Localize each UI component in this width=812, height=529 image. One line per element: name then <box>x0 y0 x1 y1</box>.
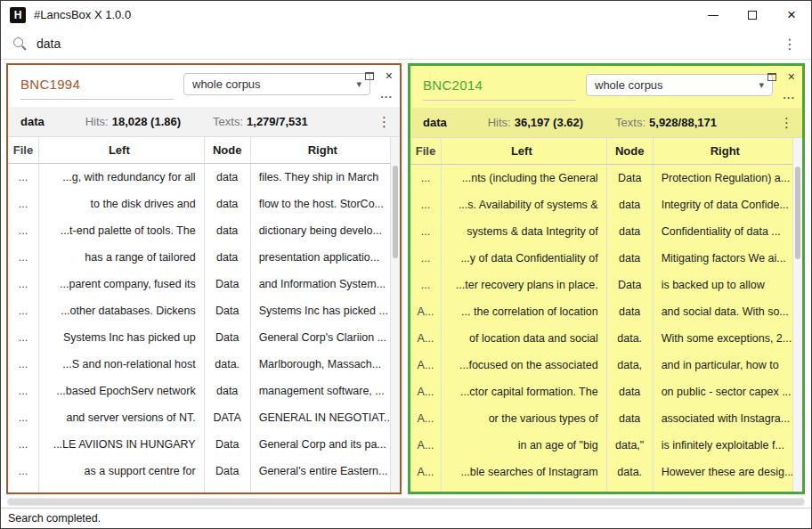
concordance-row[interactable]: ...as a support centre forDataGeneral's … <box>8 458 390 484</box>
texts-value: 5,928/88,171 <box>649 116 717 129</box>
column-header-left[interactable]: Left <box>441 138 606 164</box>
right-cell: and in particular, how to <box>653 352 792 378</box>
node-cell: DATA <box>204 404 250 431</box>
texts-label: Texts: <box>615 116 646 129</box>
concordance-row[interactable]: A......ctor capital formation. Thedataon… <box>410 378 792 405</box>
concordance-row[interactable]: ......ter recovery plans in place.Datais… <box>410 272 792 298</box>
concordance-row[interactable]: ......g, with redundancy for alldatafile… <box>8 164 390 191</box>
close-button[interactable]: × <box>772 1 811 28</box>
corpus-selector-dropdown[interactable]: whole corpus ▾ <box>586 74 773 96</box>
right-cell: dictionary being develo... <box>250 217 390 244</box>
panel-popout-button[interactable] <box>767 73 776 81</box>
node-cell: Data <box>606 272 653 298</box>
concordance-row[interactable]: ......s. Availability of systems &dataIn… <box>410 191 792 218</box>
concordance-row[interactable]: A......focused on the associateddata,and… <box>410 352 792 378</box>
concordance-row[interactable]: A......of the location and socialdataass… <box>410 485 792 492</box>
file-cell: A... <box>410 405 441 432</box>
file-cell: ... <box>8 164 38 191</box>
concordance-row[interactable]: A...... the correlation of locationdataa… <box>410 298 792 325</box>
concordance-row[interactable]: ...Systems Inc has picked upDataGeneral … <box>8 324 390 351</box>
panels-area: BNC1994 whole corpus ▾ × ... data Hits: … <box>1 60 811 494</box>
panel-more-button[interactable]: ... <box>380 87 393 101</box>
file-cell: A... <box>410 352 441 378</box>
concordance-row[interactable]: ...has a range of tailoreddatapresentati… <box>8 244 390 271</box>
left-cell: in an age of "big <box>441 432 606 459</box>
file-cell: ... <box>8 297 38 324</box>
concordance-row[interactable]: ...and server versions of NT.DATAGENERAL… <box>8 404 390 431</box>
column-header-left[interactable]: Left <box>38 137 204 163</box>
node-cell: data <box>606 218 653 245</box>
right-cell: However these are desig... <box>653 459 792 485</box>
corpus-selector-dropdown[interactable]: whole corpus ▾ <box>183 73 370 95</box>
column-header-right[interactable]: Right <box>653 138 792 164</box>
panel-more-button[interactable]: ... <box>783 88 795 102</box>
table-header: File Left Node Right <box>8 137 390 164</box>
concordance-row[interactable]: A...or the various types ofdataassociate… <box>410 405 792 432</box>
window-controls: — × <box>694 1 811 28</box>
right-cell: Mitigating factors We ai... <box>653 245 792 272</box>
horizontal-scrollbar[interactable] <box>7 498 805 506</box>
stats-menu-kebab-icon[interactable]: ⋮ <box>780 115 793 131</box>
left-cell: ...other databases. Dickens <box>38 297 204 324</box>
scrollbar-thumb[interactable] <box>795 167 800 259</box>
concordance-row[interactable]: ......other databases. DickensDataSystem… <box>8 297 390 324</box>
node-cell: data. <box>606 325 653 352</box>
column-header-file[interactable]: File <box>8 137 38 163</box>
node-word: data <box>423 116 447 129</box>
stats-menu-kebab-icon[interactable]: ⋮ <box>378 114 391 130</box>
maximize-button[interactable] <box>733 1 772 28</box>
corpus-panel-bnc2014: BNC2014 whole corpus ▾ × ... data Hits: … <box>408 63 805 494</box>
column-header-right[interactable]: Right <box>250 137 390 163</box>
concordance-row[interactable]: ......by PHARE... it isDataGeneral in re… <box>8 484 390 492</box>
concordance-row[interactable]: A...in an age of "bigdata,"is infinitely… <box>410 432 792 459</box>
concordance-row[interactable]: ......S and non-relational hostdata.Marl… <box>8 351 390 378</box>
left-cell: ...LE AVIIONS IN HUNGARY <box>38 431 204 458</box>
minimize-button[interactable]: — <box>694 1 733 28</box>
left-cell: systems & data Integrity of <box>441 218 606 245</box>
panel-popout-button[interactable] <box>365 72 374 80</box>
vertical-scrollbar[interactable] <box>792 138 802 492</box>
column-header-node[interactable]: Node <box>204 137 250 163</box>
concordance-row[interactable]: ......y of data Confidentiality ofdataMi… <box>410 245 792 272</box>
node-cell: Data <box>204 484 250 492</box>
file-cell: A... <box>410 378 441 405</box>
search-menu-kebab-icon[interactable]: ⋮ <box>777 36 802 53</box>
right-cell: associated with photos... <box>653 485 792 492</box>
chevron-down-icon: ▾ <box>356 78 361 90</box>
node-cell: Data <box>204 271 250 297</box>
column-header-file[interactable]: File <box>410 138 441 164</box>
vertical-scrollbar[interactable] <box>390 137 400 492</box>
left-cell: to the disk drives and <box>38 191 204 217</box>
table-header: File Left Node Right <box>410 138 792 165</box>
concordance-row[interactable]: ......t-end palette of tools. Thedatadic… <box>8 217 390 244</box>
concordance-row[interactable]: A...of location data and socialdata.With… <box>410 325 792 352</box>
concordance-row[interactable]: ......nts (including the GeneralDataProt… <box>410 165 792 191</box>
table-body: ......nts (including the GeneralDataProt… <box>410 165 792 492</box>
concordance-row[interactable]: ......based EpochServ networkdatamanagem… <box>8 378 390 404</box>
concordance-row[interactable]: ......parent company, fused itsDataand I… <box>8 271 390 297</box>
file-cell: A... <box>410 485 441 492</box>
file-cell: A... <box>410 459 441 485</box>
node-cell: data, <box>606 352 653 378</box>
left-cell: ...of the location and social <box>441 485 606 492</box>
left-cell: of location data and social <box>441 325 606 352</box>
node-cell: Data <box>204 458 250 484</box>
scrollbar-thumb[interactable] <box>393 166 398 258</box>
file-cell: ... <box>8 351 38 378</box>
concordance-row[interactable]: ......LE AVIIONS IN HUNGARYDataGeneral C… <box>8 431 390 458</box>
panel-header: BNC2014 whole corpus ▾ × ... <box>410 66 802 108</box>
concordance-row[interactable]: A......ble searches of Instagramdata.How… <box>410 459 792 485</box>
left-cell: and server versions of NT. <box>38 404 204 431</box>
node-cell: data <box>606 298 653 325</box>
search-input[interactable] <box>37 37 777 51</box>
panel-close-button[interactable]: × <box>386 69 393 83</box>
concordance-row[interactable]: ...systems & data Integrity ofdataConfid… <box>410 218 792 245</box>
horizontal-scrollbar-thumb[interactable] <box>8 499 804 505</box>
panel-close-button[interactable]: × <box>788 69 795 84</box>
left-cell: ... the correlation of location <box>441 298 606 325</box>
concordance-row[interactable]: ...to the disk drives anddataflow to the… <box>8 191 390 217</box>
column-header-node[interactable]: Node <box>606 138 653 164</box>
right-cell: General Corp and its pa... <box>250 431 390 458</box>
file-cell: ... <box>8 378 38 404</box>
right-cell: is infinitely exploitable f... <box>653 432 792 459</box>
